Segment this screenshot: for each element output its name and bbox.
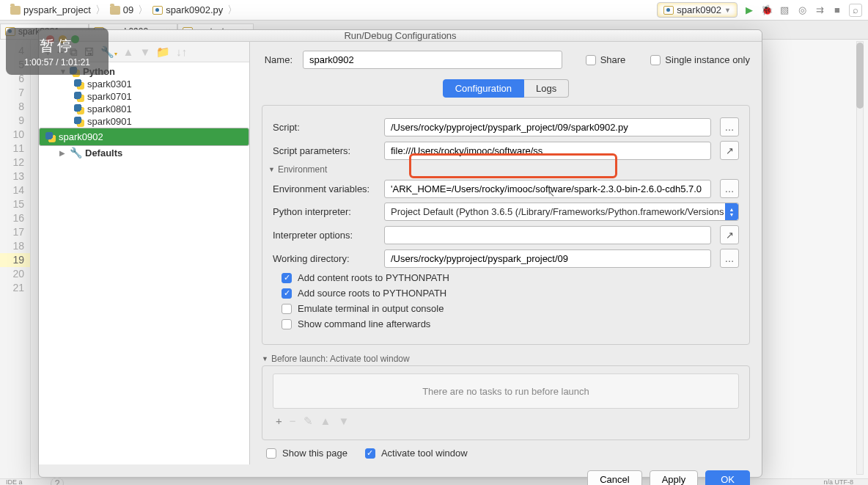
debug-icon[interactable]: 🐞 [761,4,773,16]
up-icon[interactable]: ▲ [320,415,331,428]
browse-button[interactable]: … [720,117,739,136]
checkbox-icon[interactable] [266,448,276,459]
show-cmdline-checkbox[interactable]: Show command line afterwards [282,318,739,329]
up-icon[interactable]: ▲ [123,46,134,57]
python-icon [45,132,56,142]
breadcrumb-file-label: spark0902.py [166,4,223,15]
checkbox-icon[interactable]: ✓ [365,448,375,459]
help-icon[interactable]: ? [51,477,64,485]
config-tree[interactable]: ▼Python spark0301 spark0701 spark0801 sp… [39,62,249,464]
chevron-right-icon: 〉 [227,4,238,17]
params-label: Script parameters: [273,145,375,156]
checkbox-icon[interactable]: ✓ [282,273,292,283]
python-file-icon [152,6,163,15]
dialog-footer: ? Cancel Apply OK [39,464,762,485]
tree-label: Defaults [85,147,122,158]
python-icon [74,79,84,90]
dialog-title: Run/Debug Configurations [344,30,456,41]
environment-label: Environment [278,164,327,175]
tree-label: spark0301 [87,79,132,90]
concurrency-icon[interactable]: ⇉ [814,4,825,16]
down-icon[interactable]: ▼ [139,46,150,57]
breadcrumb-folder[interactable]: 09 [106,4,138,15]
run-config-label: spark0902 [677,4,721,15]
tree-label: spark0901 [87,116,132,127]
add-content-roots-checkbox[interactable]: ✓Add content roots to PYTHONPATH [282,272,739,283]
stop-icon[interactable]: ■ [831,4,843,16]
emulate-terminal-checkbox[interactable]: Emulate terminal in output console [282,303,739,314]
python-file-icon [663,6,674,15]
interpopt-label: Interpreter options: [273,230,375,241]
share-checkbox[interactable]: Share [586,54,626,65]
breadcrumb-root[interactable]: pyspark_project [6,4,95,15]
add-icon[interactable]: + [276,415,282,428]
tab-logs[interactable]: Logs [524,79,569,98]
search-icon[interactable]: ⌕ [849,4,862,17]
coverage-icon[interactable]: ▧ [779,4,790,16]
tree-item[interactable]: spark0801 [39,103,249,115]
folder-icon [110,6,120,15]
before-launch-header[interactable]: ▼Before launch: Activate tool window [262,354,750,364]
name-label: Name: [262,54,293,65]
pause-time: 1:00:57 / 1:01:21 [24,57,90,68]
checkbox-label: Add source roots to PYTHONPATH [298,288,446,299]
python-icon [74,104,84,114]
tree-item[interactable]: spark0701 [39,90,249,103]
expand-button[interactable]: ↗ [720,225,739,244]
share-label: Share [600,54,626,65]
tree-node-defaults[interactable]: ▶🔧Defaults [39,146,249,159]
expand-button[interactable]: ↗ [720,141,739,160]
edit-icon[interactable]: ✎ [304,415,313,428]
config-section: Script: … Script parameters: ↗ ▼Environm… [262,105,750,345]
folder-icon[interactable]: 📁 [156,46,170,57]
config-tree-pane: + − ⧉ 🖫 🔧▾ ▲ ▼ 📁 ↓↑ ▼Python spark0301 sp… [39,42,250,464]
checkbox-icon[interactable]: ✓ [282,288,292,299]
interpopt-input[interactable] [384,226,711,244]
show-this-page-checkbox[interactable]: Show this page [266,448,347,459]
before-launch-toolbar: + − ✎ ▲ ▼ [273,413,739,429]
before-launch-label: Before launch: Activate tool window [271,354,410,364]
tree-item-selected[interactable]: spark0902 [39,128,249,146]
config-form: Name: Share Single instance only Configu… [250,42,762,464]
down-icon[interactable]: ▼ [338,415,349,428]
interpreter-value: Project Default (Python 3.6.5 (/Library/… [391,206,724,217]
browse-button[interactable]: … [720,249,739,268]
apply-button[interactable]: Apply [650,470,699,485]
breadcrumb-file[interactable]: spark0902.py [148,4,227,15]
activate-tool-window-checkbox[interactable]: ✓Activate tool window [365,448,468,459]
run-icon[interactable]: ▶ [743,4,755,16]
before-launch-placeholder: There are no tasks to run before launch [273,373,739,409]
single-instance-label: Single instance only [665,54,750,65]
cancel-button[interactable]: Cancel [587,470,641,485]
checkbox-icon[interactable] [282,319,292,329]
before-launch-section: There are no tasks to run before launch … [262,365,750,440]
name-input[interactable] [303,51,562,69]
tab-configuration[interactable]: Configuration [443,79,524,98]
interpreter-select[interactable]: Project Default (Python 3.6.5 (/Library/… [384,203,739,221]
dialog-titlebar: Run/Debug Configurations [39,30,762,42]
checkbox-icon[interactable] [586,55,596,65]
status-left: IDE a [0,478,23,485]
run-debug-config-dialog: Run/Debug Configurations + − ⧉ 🖫 🔧▾ ▲ ▼ … [38,29,762,478]
script-input[interactable] [384,118,711,136]
checkbox-label: Show this page [282,448,347,459]
browse-button[interactable]: … [720,179,739,198]
chevron-right-icon: 〉 [138,4,148,17]
environment-header[interactable]: ▼Environment [268,164,739,175]
tree-item[interactable]: spark0901 [39,115,249,128]
select-arrows-icon: ▲▼ [725,203,738,220]
ok-button[interactable]: OK [705,470,750,485]
checkbox-icon[interactable] [282,304,292,314]
pause-label: 暂停 [40,36,75,56]
checkbox-icon[interactable] [650,55,661,65]
workingdir-input[interactable] [384,249,711,268]
remove-icon[interactable]: − [290,415,296,428]
scrollbar-thumb[interactable] [856,43,864,109]
tree-item[interactable]: spark0301 [39,78,249,90]
run-config-dropdown[interactable]: spark0902▼ [657,2,738,18]
profile-icon[interactable]: ◎ [796,4,808,16]
params-input[interactable] [384,142,711,160]
single-instance-checkbox[interactable]: Single instance only [650,54,750,65]
add-source-roots-checkbox[interactable]: ✓Add source roots to PYTHONPATH [282,288,739,299]
sort-icon[interactable]: ↓↑ [176,46,187,57]
